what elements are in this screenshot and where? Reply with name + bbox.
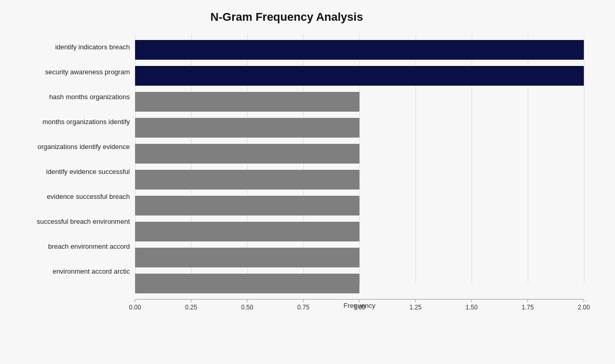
bar-row xyxy=(135,89,584,115)
bar-row xyxy=(135,167,584,193)
bar-row xyxy=(135,271,584,296)
x-tick: 1.75 xyxy=(522,300,533,311)
x-tick-line xyxy=(135,300,135,302)
chart-title: N-Gram Frequency Analysis xyxy=(10,10,584,24)
y-axis-labels: identify indicators breachsecurity aware… xyxy=(10,34,135,300)
y-label: environment accord arctic xyxy=(10,259,135,284)
bar-row xyxy=(135,245,584,271)
x-tick-line xyxy=(415,300,416,302)
x-tick: 0.50 xyxy=(241,300,253,311)
bar xyxy=(135,66,584,86)
bar-row xyxy=(135,37,584,63)
x-tick-label: 1.25 xyxy=(409,304,421,311)
bar xyxy=(135,248,359,267)
bar-row xyxy=(135,193,584,219)
x-tick-label: 0.25 xyxy=(185,304,197,311)
y-label: security awareness program xyxy=(10,59,135,84)
y-label: hash months organizations xyxy=(10,84,135,109)
grid-line xyxy=(584,34,584,284)
bar xyxy=(135,118,359,138)
x-tick-label: 1.50 xyxy=(465,304,477,311)
x-tick-label: 1.75 xyxy=(522,304,533,311)
bar-row xyxy=(135,115,584,141)
y-label: successful breach environment xyxy=(10,209,135,234)
y-label: months organizations identify xyxy=(10,109,135,134)
y-label: identify indicators breach xyxy=(10,34,135,59)
bar-row xyxy=(135,219,584,245)
bar-row xyxy=(135,141,584,167)
x-tick: 1.50 xyxy=(465,300,477,311)
bar xyxy=(135,40,584,60)
x-tick-line xyxy=(527,300,528,302)
x-tick: 0.25 xyxy=(185,300,197,311)
chart-container: N-Gram Frequency Analysis identify indic… xyxy=(0,0,615,364)
x-tick-line xyxy=(247,300,247,302)
bar xyxy=(135,170,359,190)
x-tick-line xyxy=(359,300,359,302)
x-tick: 1.25 xyxy=(409,300,421,311)
x-tick-line xyxy=(471,300,472,302)
x-axis: 0.000.250.500.751.001.251.501.752.00 xyxy=(135,299,584,300)
x-tick-label: 0.00 xyxy=(129,304,141,311)
x-tick-line xyxy=(191,300,191,302)
x-tick: 0.00 xyxy=(129,300,141,311)
y-label: identify evidence successful xyxy=(10,159,135,184)
bar xyxy=(135,222,359,241)
bars-area: 0.000.250.500.751.001.251.501.752.00 Fre… xyxy=(135,34,584,300)
y-label: breach environment accord xyxy=(10,234,135,259)
bar-row xyxy=(135,63,584,89)
x-tick-label: 0.75 xyxy=(297,304,309,311)
bar xyxy=(135,196,359,215)
chart-area: identify indicators breachsecurity aware… xyxy=(10,34,584,300)
bar xyxy=(135,274,359,293)
x-tick-label: 0.50 xyxy=(241,304,253,311)
x-tick: 0.75 xyxy=(297,300,309,311)
bar xyxy=(135,144,359,164)
x-tick-label: 1.00 xyxy=(353,304,365,311)
x-tick: 1.00 xyxy=(353,300,365,311)
bars-wrapper xyxy=(135,34,584,299)
y-label: organizations identify evidence xyxy=(10,134,135,159)
x-tick: 2.00 xyxy=(578,300,590,311)
x-tick-label: 2.00 xyxy=(578,304,590,311)
y-label: evidence successful breach xyxy=(10,184,135,209)
bar xyxy=(135,92,359,112)
x-tick-line xyxy=(303,300,303,302)
x-tick-line xyxy=(583,300,584,302)
